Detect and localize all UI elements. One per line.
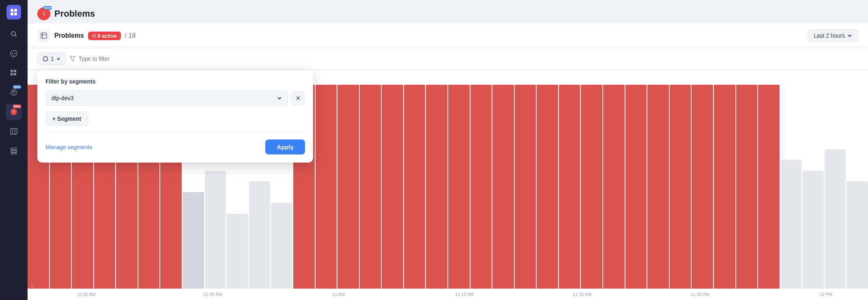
svg-rect-21 — [11, 153, 17, 154]
subheader-icon — [37, 29, 50, 42]
add-segment-btn[interactable]: + Segment — [45, 111, 88, 126]
bar — [847, 181, 868, 289]
filter-input[interactable] — [79, 53, 858, 65]
svg-point-8 — [15, 53, 16, 54]
time-label: 11:30 AM — [573, 292, 591, 297]
active-badge: 9 active — [88, 32, 121, 40]
time-label: 11 AM — [332, 292, 345, 297]
segment-filter-btn[interactable]: 1 — [37, 52, 66, 65]
bar — [825, 149, 846, 289]
bar — [692, 85, 713, 289]
svg-point-4 — [11, 32, 15, 36]
manage-segments-link[interactable]: Manage segments — [45, 144, 92, 150]
svg-line-5 — [15, 35, 17, 37]
svg-rect-12 — [14, 73, 16, 75]
bar — [603, 85, 625, 289]
segment-filter-dropdown: Filter by segments dtp-dev3 + Segment — [37, 70, 313, 163]
bar — [205, 171, 226, 289]
bar — [559, 85, 580, 289]
bar — [581, 85, 602, 289]
sidebar-item-grid[interactable] — [6, 65, 22, 81]
subheader-title: Problems — [54, 32, 84, 39]
svg-rect-1 — [14, 9, 17, 12]
bar — [183, 192, 204, 289]
dropdown-divider — [45, 133, 305, 133]
problems-title-icon: ! NEW — [37, 7, 50, 20]
sidebar-item-problems[interactable]: ! NEW — [6, 104, 22, 120]
chart-zero-label: 0 — [31, 284, 33, 289]
bar — [714, 85, 735, 289]
svg-rect-3 — [14, 13, 17, 15]
topbar: ! NEW Problems — [28, 0, 868, 20]
main-content: ! NEW Problems Problems 9 active / 18 La… — [28, 0, 868, 300]
bar — [492, 85, 514, 289]
dropdown-footer: Manage segments Apply — [45, 139, 305, 154]
time-label: 10:30 AM — [77, 292, 96, 297]
sidebar-item-deploy[interactable]: NEW — [6, 84, 22, 101]
bar — [337, 85, 359, 289]
svg-point-7 — [12, 53, 13, 54]
time-axis: 10:30 AM10:45 AM11 AM11:15 AM11:30 AM11:… — [28, 289, 868, 300]
sidebar-item-ai[interactable] — [6, 45, 22, 62]
svg-rect-2 — [11, 13, 13, 15]
bar — [758, 85, 780, 289]
time-label: 11:15 AM — [455, 292, 474, 297]
time-label: 11:45 AM — [690, 292, 709, 297]
dropdown-title: Filter by segments — [45, 78, 305, 85]
bar — [271, 203, 292, 289]
bar — [382, 85, 403, 289]
bar — [360, 85, 381, 289]
bar — [802, 171, 824, 289]
svg-rect-20 — [11, 150, 17, 152]
bar — [249, 181, 271, 289]
bar — [426, 85, 447, 289]
apply-btn[interactable]: Apply — [265, 139, 305, 154]
bar — [625, 85, 647, 289]
svg-point-6 — [11, 50, 17, 57]
subheader: Problems 9 active / 18 Last 2 hours — [28, 24, 868, 48]
page-title: Problems — [54, 9, 95, 19]
svg-marker-16 — [11, 128, 17, 135]
svg-text:!: ! — [13, 109, 15, 114]
filter-input-wrapper[interactable] — [70, 53, 858, 65]
sidebar-item-map[interactable] — [6, 123, 22, 139]
bar — [736, 85, 758, 289]
segment-select-value: dtp-dev3 — [52, 95, 73, 101]
bar — [404, 85, 425, 289]
svg-marker-25 — [70, 56, 75, 61]
time-label: 10:45 AM — [203, 292, 222, 297]
filterbar: 1 Filter by segments dtp-dev3 — [28, 48, 868, 70]
bar — [780, 160, 802, 289]
title-badge: NEW — [43, 6, 52, 10]
sidebar: NEW ! NEW — [0, 0, 28, 300]
bar — [471, 85, 492, 289]
bar — [670, 85, 691, 289]
problems-badge: NEW — [13, 105, 21, 108]
svg-rect-22 — [41, 33, 47, 39]
sidebar-item-search[interactable] — [6, 26, 22, 42]
svg-rect-0 — [11, 9, 13, 12]
svg-rect-9 — [11, 70, 13, 72]
bar — [316, 85, 337, 289]
svg-rect-11 — [11, 73, 13, 75]
bar — [647, 85, 669, 289]
bar — [515, 85, 536, 289]
svg-rect-19 — [11, 148, 17, 150]
segment-selector: dtp-dev3 — [45, 90, 305, 106]
sidebar-item-stack[interactable] — [6, 143, 22, 159]
subheader-left: Problems 9 active / 18 — [37, 29, 135, 42]
time-label: 12 PM — [819, 292, 832, 297]
bar — [227, 214, 248, 289]
total-count: / 18 — [125, 32, 136, 39]
svg-rect-10 — [14, 70, 16, 72]
time-range-select[interactable]: Last 2 hours — [808, 29, 858, 42]
segment-close-btn[interactable] — [291, 91, 305, 105]
segment-select[interactable]: dtp-dev3 — [45, 90, 288, 106]
app-logo[interactable] — [6, 5, 21, 19]
bar — [537, 85, 558, 289]
deploy-badge: NEW — [13, 85, 21, 89]
bar — [448, 85, 470, 289]
